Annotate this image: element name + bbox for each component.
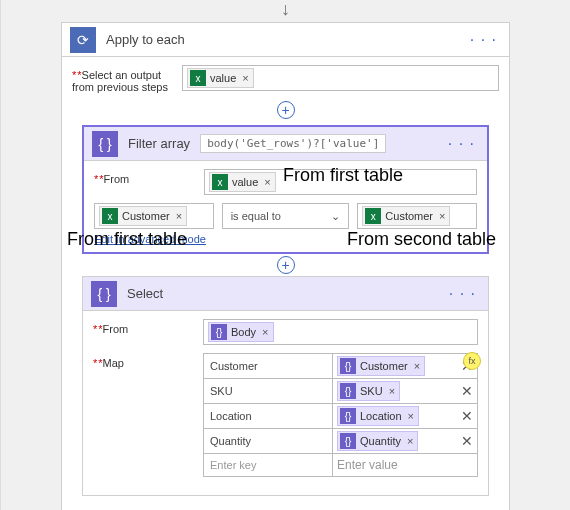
select-from-field[interactable]: {} Body ×	[203, 319, 478, 345]
dataop-icon: {}	[340, 408, 356, 424]
token-label: Customer	[385, 210, 433, 222]
token-label: Customer	[122, 210, 170, 222]
apply-menu-button[interactable]: · · ·	[466, 31, 501, 49]
map-key-input[interactable]: SKU	[204, 379, 333, 403]
apply-title: Apply to each	[106, 32, 185, 47]
select-menu-button[interactable]: · · ·	[445, 285, 480, 303]
map-row: Location {} Location × ✕	[204, 404, 477, 429]
token-label: Body	[231, 326, 256, 338]
filter-array-card: { } Filter array body('Get_rows')?['valu…	[82, 125, 489, 254]
dataop-icon: {}	[340, 358, 356, 374]
apply-to-each-header[interactable]: ⟳ Apply to each · · ·	[62, 23, 509, 57]
filter-operator-select[interactable]: is equal to ⌄	[222, 203, 350, 229]
token-sku-map[interactable]: {} SKU ×	[337, 381, 400, 401]
excel-icon: x	[365, 208, 381, 224]
select-title: Select	[127, 286, 163, 301]
map-row: Customer {} Customer × ✕ fx	[204, 354, 477, 379]
filter-icon: { }	[92, 131, 118, 157]
filter-header[interactable]: { } Filter array body('Get_rows')?['valu…	[84, 127, 487, 161]
token-customer-left[interactable]: x Customer ×	[99, 206, 187, 226]
token-label: value	[210, 72, 236, 84]
token-label: SKU	[360, 385, 383, 397]
map-key-input-empty[interactable]: Enter key	[204, 454, 333, 476]
map-row-remove[interactable]: ✕	[457, 404, 477, 428]
token-quantity-map[interactable]: {} Quantity ×	[337, 431, 418, 451]
operator-label: is equal to	[231, 210, 281, 222]
map-row-remove[interactable]: ✕	[457, 379, 477, 403]
filter-expression-chip[interactable]: body('Get_rows')?['value']	[200, 134, 386, 153]
token-label: Customer	[360, 360, 408, 372]
token-label: Location	[360, 410, 402, 422]
fx-badge-icon[interactable]: fx	[463, 352, 481, 370]
map-value-input[interactable]: {} Quantity ×	[333, 429, 457, 453]
map-key-input[interactable]: Quantity	[204, 429, 333, 453]
map-value-input[interactable]: {} Customer ×	[333, 354, 457, 378]
map-table: Customer {} Customer × ✕ fx	[203, 353, 478, 477]
map-value-input-empty[interactable]: Enter value	[333, 454, 457, 476]
dataop-icon: {}	[340, 433, 356, 449]
token-body[interactable]: {} Body ×	[208, 322, 274, 342]
dataop-icon: {}	[211, 324, 227, 340]
filter-condition-row: x Customer × is equal to ⌄ x	[94, 203, 477, 229]
excel-icon: x	[212, 174, 228, 190]
token-remove-icon[interactable]: ×	[242, 72, 248, 84]
map-key-input[interactable]: Location	[204, 404, 333, 428]
token-remove-icon[interactable]: ×	[408, 410, 414, 422]
filter-menu-button[interactable]: · · ·	[444, 135, 479, 153]
token-value[interactable]: x value ×	[187, 68, 254, 88]
token-label: Quantity	[360, 435, 401, 447]
token-remove-icon[interactable]: ×	[414, 360, 420, 372]
filter-left-operand[interactable]: x Customer ×	[94, 203, 214, 229]
token-location-map[interactable]: {} Location ×	[337, 406, 419, 426]
dataop-icon: {}	[340, 383, 356, 399]
select-output-field[interactable]: x value ×	[182, 65, 499, 91]
token-remove-icon[interactable]: ×	[407, 435, 413, 447]
add-action-button[interactable]: +	[277, 101, 295, 119]
token-label: value	[232, 176, 258, 188]
token-remove-icon[interactable]: ×	[439, 210, 445, 222]
map-row-remove[interactable]: ✕	[457, 429, 477, 453]
token-value-filter[interactable]: x value ×	[209, 172, 276, 192]
select-from-label: *From	[93, 319, 203, 335]
filter-title: Filter array	[128, 136, 190, 151]
filter-from-label: *From	[94, 169, 204, 185]
map-key-input[interactable]: Customer	[204, 354, 333, 378]
apply-to-each-card: ⟳ Apply to each · · · *Select an output …	[61, 22, 510, 510]
map-row-remove	[457, 454, 477, 476]
select-icon: { }	[91, 281, 117, 307]
excel-icon: x	[190, 70, 206, 86]
select-card: { } Select · · · *From {} Body	[82, 276, 489, 496]
token-remove-icon[interactable]: ×	[176, 210, 182, 222]
chevron-down-icon: ⌄	[331, 210, 340, 223]
loop-icon: ⟳	[70, 27, 96, 53]
flow-arrow-top: ↓	[1, 0, 570, 18]
token-remove-icon[interactable]: ×	[264, 176, 270, 188]
map-label: *Map	[93, 353, 203, 369]
edit-advanced-link[interactable]: Edit in advanced mode	[94, 233, 206, 245]
token-remove-icon[interactable]: ×	[262, 326, 268, 338]
map-row: SKU {} SKU × ✕	[204, 379, 477, 404]
token-customer-map[interactable]: {} Customer ×	[337, 356, 425, 376]
token-remove-icon[interactable]: ×	[389, 385, 395, 397]
map-value-input[interactable]: {} SKU ×	[333, 379, 457, 403]
filter-from-field[interactable]: x value ×	[204, 169, 477, 195]
add-action-button-2[interactable]: +	[277, 256, 295, 274]
map-row: Quantity {} Quantity × ✕	[204, 429, 477, 454]
token-customer-right[interactable]: x Customer ×	[362, 206, 450, 226]
filter-right-operand[interactable]: x Customer ×	[357, 203, 477, 229]
excel-icon: x	[102, 208, 118, 224]
map-value-input[interactable]: {} Location ×	[333, 404, 457, 428]
select-output-label: *Select an output from previous steps	[72, 65, 182, 93]
map-row-new: Enter key Enter value	[204, 454, 477, 477]
select-header[interactable]: { } Select · · ·	[83, 277, 488, 311]
